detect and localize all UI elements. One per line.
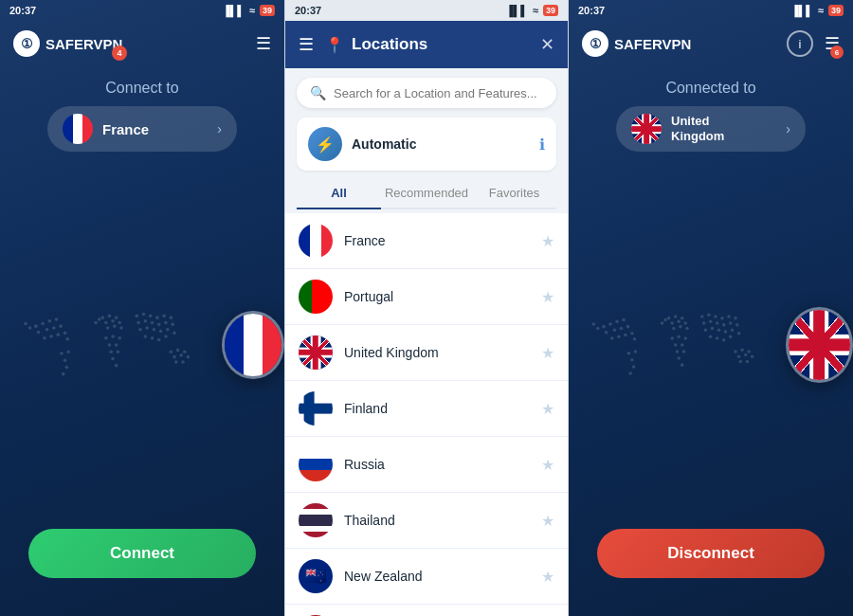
svg-point-6 xyxy=(49,335,53,338)
country-name-portugal: Portugal xyxy=(344,289,530,304)
list-item[interactable]: United Kingdom ★ xyxy=(285,325,568,381)
badge-4: 4 xyxy=(112,45,127,61)
svg-point-127 xyxy=(709,335,713,338)
hamburger-menu-1[interactable]: ☰ xyxy=(256,33,271,54)
favorite-icon-uk[interactable]: ★ xyxy=(541,344,554,362)
panel-connect: 20:37 ▐▌▌ ≈ 39 ① SAFERVPN 4 ☰ Connect to… xyxy=(0,0,284,616)
svg-point-92 xyxy=(681,317,684,320)
tab-favorites[interactable]: Favorites xyxy=(472,178,556,209)
svg-point-71 xyxy=(615,320,619,324)
svg-point-89 xyxy=(628,371,632,375)
svg-point-118 xyxy=(716,321,719,325)
svg-point-80 xyxy=(610,336,614,340)
automatic-icon: ⚡ xyxy=(308,127,342,161)
svg-point-31 xyxy=(104,336,108,340)
list-item[interactable]: Finland ★ xyxy=(285,381,568,437)
connected-country-selector[interactable]: UnitedKingdom › xyxy=(616,106,806,152)
svg-point-28 xyxy=(119,326,123,330)
logo-icon-3: ① xyxy=(582,30,608,57)
svg-point-46 xyxy=(136,321,140,325)
wifi-icon: ≈ xyxy=(249,5,255,16)
list-item[interactable]: 🇳🇿 New Zealand ★ xyxy=(285,549,568,605)
svg-point-109 xyxy=(681,363,684,367)
time-3: 20:37 xyxy=(578,5,605,16)
locations-title: Locations xyxy=(352,35,533,54)
close-button[interactable]: ✕ xyxy=(540,34,554,55)
favorite-icon-russia[interactable]: ★ xyxy=(541,456,554,474)
battery-badge-3: 39 xyxy=(828,5,844,16)
info-button[interactable]: i xyxy=(787,30,813,57)
svg-point-77 xyxy=(624,334,627,337)
svg-point-120 xyxy=(729,321,733,325)
svg-point-40 xyxy=(135,315,138,318)
list-item[interactable]: France ★ xyxy=(285,213,568,269)
svg-point-42 xyxy=(149,315,153,318)
hamburger-menu-2[interactable]: ☰ xyxy=(299,34,314,55)
uk-flag-connected xyxy=(631,114,662,144)
svg-point-51 xyxy=(171,323,174,327)
favorite-icon-thailand[interactable]: ★ xyxy=(541,512,554,530)
list-item[interactable]: Portugal ★ xyxy=(285,269,568,325)
list-item[interactable]: Thailand ★ xyxy=(285,493,568,549)
svg-point-114 xyxy=(727,315,731,318)
svg-point-38 xyxy=(111,357,115,361)
wifi-icon-2: ≈ xyxy=(533,5,538,16)
svg-point-76 xyxy=(617,335,621,338)
svg-point-59 xyxy=(157,338,161,342)
svg-point-136 xyxy=(744,353,748,357)
status-bar-1: 20:37 ▐▌▌ ≈ 39 xyxy=(0,0,284,21)
svg-point-107 xyxy=(682,350,686,353)
tabs-row: All Recommended Favorites xyxy=(297,178,556,209)
svg-point-47 xyxy=(144,319,148,323)
svg-point-56 xyxy=(166,328,170,332)
tab-recommended[interactable]: Recommended xyxy=(381,178,472,209)
favorite-icon-newzealand[interactable]: ★ xyxy=(541,568,554,586)
svg-point-68 xyxy=(174,360,178,364)
connect-button[interactable]: Connect xyxy=(28,529,256,578)
svg-point-86 xyxy=(634,350,638,353)
svg-point-58 xyxy=(151,336,154,340)
svg-point-3 xyxy=(45,328,49,332)
top-nav-3: ① SAFERVPN i ☰ 6 xyxy=(569,21,853,66)
svg-point-54 xyxy=(153,328,156,332)
info-icon-automatic[interactable]: ℹ xyxy=(539,136,545,154)
favorite-icon-finland[interactable]: ★ xyxy=(541,400,554,418)
disconnect-button[interactable]: Disconnect xyxy=(597,529,825,578)
svg-point-55 xyxy=(159,330,163,334)
search-input[interactable] xyxy=(334,86,543,100)
svg-point-137 xyxy=(751,355,754,359)
svg-point-9 xyxy=(37,331,41,335)
tab-all[interactable]: All xyxy=(297,178,381,209)
svg-point-24 xyxy=(111,319,115,323)
svg-point-104 xyxy=(674,343,678,347)
svg-point-116 xyxy=(702,321,706,325)
svg-point-98 xyxy=(685,327,689,331)
connect-label: Connect to xyxy=(0,80,284,97)
logo-icon-1: ① xyxy=(13,30,40,57)
svg-point-79 xyxy=(605,331,608,335)
favorite-icon-portugal[interactable]: ★ xyxy=(541,288,554,306)
search-bar[interactable]: 🔍 xyxy=(297,78,556,108)
svg-point-135 xyxy=(737,355,741,359)
list-item[interactable]: Spain ★ xyxy=(285,605,568,616)
badge-6: 6 xyxy=(830,45,844,59)
svg-point-63 xyxy=(176,349,180,353)
selected-country: France xyxy=(102,121,208,137)
svg-point-117 xyxy=(709,320,713,324)
battery-badge-1: 39 xyxy=(260,5,275,16)
svg-point-103 xyxy=(683,336,687,340)
svg-point-34 xyxy=(108,343,112,347)
automatic-row[interactable]: ⚡ Automatic ℹ xyxy=(297,118,556,171)
country-selector[interactable]: France › xyxy=(47,106,237,152)
svg-point-123 xyxy=(711,327,715,331)
favorite-icon-france[interactable]: ★ xyxy=(541,232,554,250)
svg-point-131 xyxy=(737,332,741,335)
list-item[interactable]: Russia ★ xyxy=(285,437,568,493)
svg-point-110 xyxy=(700,315,704,318)
svg-point-82 xyxy=(602,325,606,329)
country-name-uk: United Kingdom xyxy=(344,345,530,360)
flag-france xyxy=(299,224,333,258)
svg-point-57 xyxy=(144,335,148,338)
svg-point-0 xyxy=(41,322,45,326)
svg-point-43 xyxy=(155,316,159,319)
